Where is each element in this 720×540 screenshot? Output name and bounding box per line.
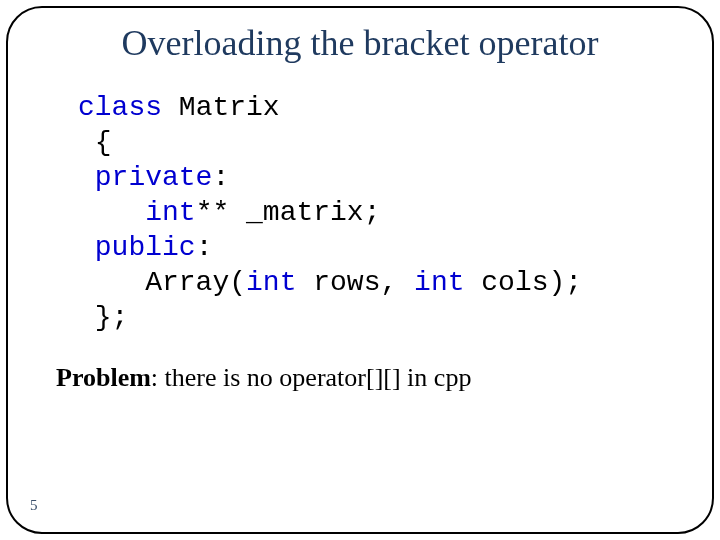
- code-text: :: [212, 162, 229, 193]
- code-line: Array(int rows, int cols);: [78, 265, 712, 300]
- page-number: 5: [30, 497, 38, 514]
- code-line: {: [78, 125, 712, 160]
- problem-text: : there is no operator[][] in cpp: [151, 363, 472, 392]
- code-line: public:: [78, 230, 712, 265]
- keyword-public: public: [78, 232, 196, 263]
- code-text: cols);: [481, 267, 582, 298]
- slide-title: Overloading the bracket operator: [8, 22, 712, 64]
- keyword-int: int: [246, 267, 313, 298]
- keyword-int: int: [78, 197, 196, 228]
- code-text: Array(: [78, 267, 246, 298]
- problem-label: Problem: [56, 363, 151, 392]
- code-text: ** _matrix;: [196, 197, 381, 228]
- code-text: Matrix: [179, 92, 280, 123]
- code-line: class Matrix: [78, 90, 712, 125]
- code-text: :: [196, 232, 213, 263]
- keyword-class: class: [78, 92, 179, 123]
- code-line: private:: [78, 160, 712, 195]
- code-line: };: [78, 300, 712, 335]
- slide-frame: Overloading the bracket operator class M…: [6, 6, 714, 534]
- keyword-int: int: [414, 267, 481, 298]
- keyword-private: private: [78, 162, 212, 193]
- problem-note: Problem: there is no operator[][] in cpp: [56, 363, 712, 393]
- code-line: int** _matrix;: [78, 195, 712, 230]
- code-block: class Matrix { private: int** _matrix; p…: [78, 90, 712, 335]
- code-text: rows,: [313, 267, 414, 298]
